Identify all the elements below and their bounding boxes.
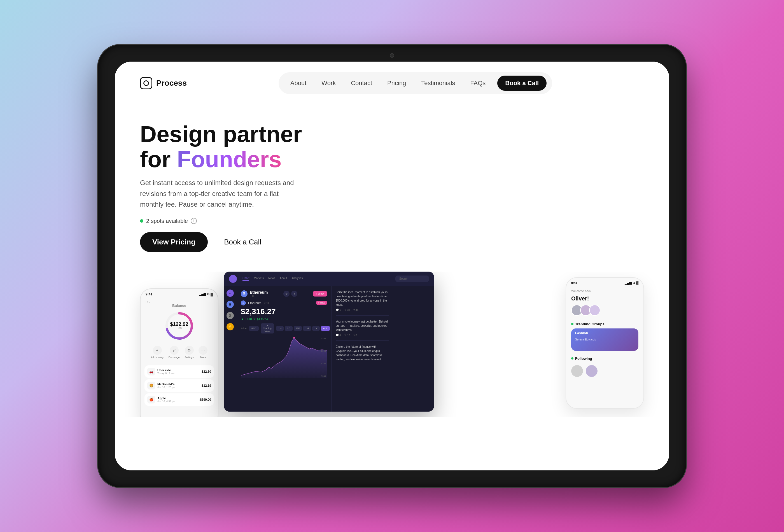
phone-transaction-uber: 🚗 Uber ride Today, 8:12 am -$22.50 xyxy=(144,365,214,378)
social-welcome: Welcome back, xyxy=(566,286,643,296)
hero-subtitle: Get instant access to unlimited design r… xyxy=(140,177,302,210)
news-action-comment-2: 💬 4 xyxy=(336,334,341,337)
svg-text:2,240: 2,240 xyxy=(320,375,326,377)
phone-content: LG Balance xyxy=(141,298,218,363)
book-call-button[interactable]: Book a Call xyxy=(215,232,271,252)
apple-icon: 🍎 xyxy=(147,396,155,403)
crypto-search[interactable]: Search xyxy=(395,276,429,282)
phone-action-exchange[interactable]: ⇄ Exchange xyxy=(169,346,180,359)
nav-link-contact[interactable]: Contact xyxy=(345,77,378,90)
tradingview-btn[interactable]: ↗ Trading View xyxy=(261,324,274,334)
crypto-left-panel: Ξ Ethereum ETH ↻ xyxy=(236,286,332,412)
hero-section: Design partner for Founders Get instant … xyxy=(115,105,669,263)
tx-date-uber: Today, 8:12 am xyxy=(157,372,174,375)
phone-transaction-apple: 🍎 Apple Jun 16, 4:31 pm -$699.00 xyxy=(144,393,214,406)
spots-dot xyxy=(140,219,143,223)
nav-book-call-button[interactable]: Book a Call xyxy=(497,76,547,91)
social-wifi: ⊙ xyxy=(633,281,635,285)
phone-action-more[interactable]: ··· More xyxy=(198,346,207,359)
nav-link-testimonials[interactable]: Testimonials xyxy=(415,77,461,90)
eth2-sidebar-icon: Ξ xyxy=(226,301,234,308)
nav-link-faqs[interactable]: FAQs xyxy=(464,77,492,90)
nav-link-about[interactable]: About xyxy=(284,77,313,90)
spots-badge: 2 spots available i xyxy=(140,218,644,224)
tx-name-uber: Uber ride xyxy=(157,368,174,372)
phone-action-add[interactable]: + Add money xyxy=(151,346,164,359)
crypto-nav-chart[interactable]: Chart xyxy=(243,277,249,281)
refresh-icon[interactable]: ↻ xyxy=(283,291,289,297)
exchange-label: Exchange xyxy=(169,356,180,359)
coin-info-row: Ξ Ethereum ETH Follow xyxy=(241,301,327,306)
svg-text:2,300: 2,300 xyxy=(320,349,326,352)
website-content: Process About Work Contact Pricing Testi… xyxy=(115,62,669,470)
crypto-nav-markets[interactable]: Markets xyxy=(254,277,264,281)
social-battery: ▓ xyxy=(636,281,638,285)
news-item-2: Your crypto journey just got better! Beh… xyxy=(336,319,389,341)
filter-1w[interactable]: 1W xyxy=(294,326,302,331)
phone-device-label: LG xyxy=(146,300,213,304)
exchange-icon: ⇄ xyxy=(170,346,179,355)
coin-name: Ethereum xyxy=(250,290,268,295)
tx-left: 🚗 Uber ride Today, 8:12 am xyxy=(147,368,174,375)
filter-1d[interactable]: 1D xyxy=(285,326,292,331)
social-status-icons: ▂▄▆ ⊙ ▓ xyxy=(625,281,638,285)
logo-icon-circle xyxy=(143,80,149,86)
trending-section-title: Trending Groups xyxy=(566,320,643,329)
crypto-main: ⬨ Ξ ₿ ⚡ Ξ Ethereum ETH xyxy=(224,286,434,412)
social-time: 9:41 xyxy=(571,281,577,285)
trending-card[interactable]: Fashion Serena Edwards xyxy=(571,329,638,351)
filter-1y[interactable]: 1Y xyxy=(312,326,320,331)
crypto-nav-news[interactable]: News xyxy=(268,277,275,281)
add-icon: + xyxy=(153,346,162,355)
tx-date-apple: Jun 16, 4:31 pm xyxy=(157,400,175,403)
crypto-follow-button[interactable]: Follow xyxy=(316,301,327,305)
eth-sidebar-icon: ⬨ xyxy=(226,289,234,297)
filter-1m[interactable]: 1M xyxy=(303,326,311,331)
btc-sidebar-icon: ₿ xyxy=(226,312,234,319)
crypto-price: $2,316.27 xyxy=(241,307,327,316)
showcase-section: 9:41 ▂▄▆ ⊙ ▓ LG Balance xyxy=(115,272,669,417)
crypto-nav-analytics[interactable]: Analytics xyxy=(291,277,303,281)
trending-title-text: Trending Groups xyxy=(575,322,605,326)
info-icon: i xyxy=(191,218,197,224)
phone-time: 9:41 xyxy=(146,292,152,296)
phone-balance-label: Balance xyxy=(146,304,213,308)
more-icon: ··· xyxy=(198,346,207,355)
add-label: Add money xyxy=(151,356,164,359)
news-item-1: Seize the ideal moment to establish your… xyxy=(336,290,389,315)
phone-circle-container: $122.92 USD xyxy=(146,310,213,341)
tx-left-apple: 🍎 Apple Jun 16, 4:31 pm xyxy=(147,396,175,403)
filter-1h[interactable]: 1H xyxy=(276,326,284,331)
uber-icon: 🚗 xyxy=(147,368,155,375)
settings-icon: ⚙ xyxy=(185,346,194,355)
crypto-chart: 2,350 2,300 2,280 2,240 xyxy=(241,336,327,378)
tx-amount-mcds: -$12.19 xyxy=(201,384,211,387)
nav-link-work[interactable]: Work xyxy=(315,77,342,90)
following-avatar-2[interactable] xyxy=(586,365,597,377)
story-avatar-3[interactable] xyxy=(589,305,600,316)
logo-text: Process xyxy=(156,79,187,88)
tx-left-mcds: 🍔 McDonald's Jun 16, 1:25 pm xyxy=(147,382,175,390)
news-item-3: Explore the future of finance with Crypt… xyxy=(336,345,389,367)
social-story-avatars xyxy=(566,305,643,316)
crypto-nav-about[interactable]: About xyxy=(280,277,287,281)
hero-title-line2: for xyxy=(140,146,177,172)
nav-link-pricing[interactable]: Pricing xyxy=(381,77,412,90)
filter-all[interactable]: ALL xyxy=(321,326,330,331)
tablet-screen: Process About Work Contact Pricing Testi… xyxy=(115,62,669,470)
hero-title-accent: Founders xyxy=(177,146,282,172)
usd-btn[interactable]: USD xyxy=(249,326,259,331)
following-avatar-1[interactable] xyxy=(571,365,583,377)
crypto-buy-button[interactable]: Follow xyxy=(313,291,327,297)
view-pricing-button[interactable]: View Pricing xyxy=(140,232,208,252)
share-icon[interactable]: ↑ xyxy=(291,291,297,297)
trending-card-name: Fashion xyxy=(571,329,638,338)
coin-icon: Ξ xyxy=(241,290,248,297)
phone-action-settings[interactable]: ⚙ Settings xyxy=(185,346,194,359)
phone-transaction-mcds: 🍔 McDonald's Jun 16, 1:25 pm -$12.19 xyxy=(144,380,214,392)
settings-label: Settings xyxy=(185,356,194,359)
social-mockup: 9:41 ▂▄▆ ⊙ ▓ Welcome back, Oliver! xyxy=(566,277,644,409)
following-row xyxy=(566,365,643,377)
news-text-3: Explore the future of finance with Crypt… xyxy=(336,345,389,362)
crypto-change: ▲ +$18.58 (3.46%) xyxy=(241,317,327,320)
